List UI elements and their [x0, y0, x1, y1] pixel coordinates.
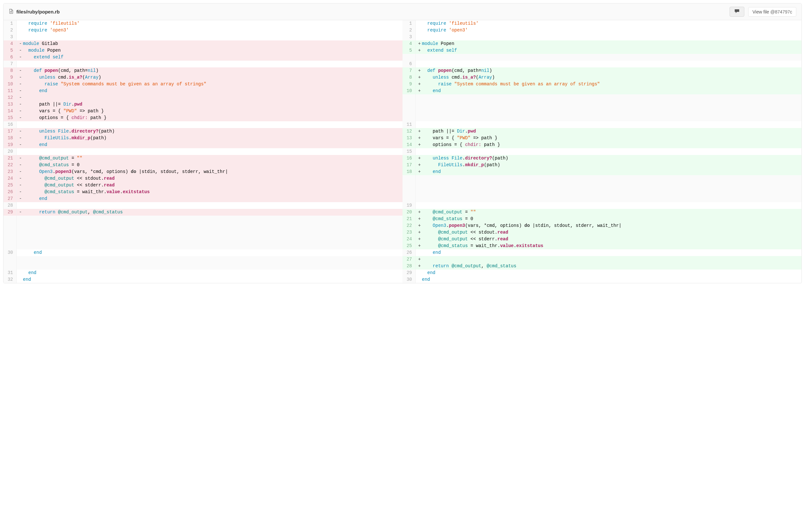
old-line-number[interactable]: 3: [3, 34, 16, 40]
new-line-number[interactable]: 30: [402, 276, 415, 283]
new-line-number[interactable]: 3: [402, 34, 415, 40]
new-line-number[interactable]: [402, 189, 415, 195]
old-line-number[interactable]: 8: [3, 68, 16, 74]
old-line-number[interactable]: 7: [3, 61, 16, 68]
old-line-number[interactable]: 17: [3, 128, 16, 135]
old-line-number[interactable]: 9: [3, 74, 16, 81]
old-line-number[interactable]: 1: [3, 20, 16, 27]
old-line-number[interactable]: 18: [3, 135, 16, 141]
new-line-number[interactable]: 24: [402, 236, 415, 243]
new-line-number[interactable]: 21: [402, 216, 415, 222]
new-line-number[interactable]: 27: [402, 256, 415, 263]
diff-table: 1 require 'fileutils'1 require 'fileutil…: [3, 20, 802, 283]
new-line-number[interactable]: 26: [402, 249, 415, 256]
old-line-number[interactable]: [3, 236, 16, 243]
new-line-number[interactable]: 14: [402, 141, 415, 148]
new-line-number[interactable]: 29: [402, 269, 415, 276]
old-line-number[interactable]: 29: [3, 209, 16, 216]
new-line-number[interactable]: 1: [402, 20, 415, 27]
old-line-number[interactable]: 12: [3, 94, 16, 101]
new-line-number[interactable]: [402, 115, 415, 121]
old-line-content: end: [16, 269, 402, 276]
old-line-number[interactable]: 15: [3, 115, 16, 121]
old-line-number[interactable]: 16: [3, 121, 16, 128]
new-line-number[interactable]: 11: [402, 121, 415, 128]
new-line-number[interactable]: 10: [402, 88, 415, 94]
old-line-number[interactable]: 2: [3, 27, 16, 34]
new-line-content: [415, 202, 802, 209]
diff-row: 12-: [3, 94, 802, 101]
new-line-number[interactable]: [402, 101, 415, 108]
new-line-number[interactable]: 2: [402, 27, 415, 34]
new-line-number[interactable]: 17: [402, 162, 415, 169]
old-line-number[interactable]: [3, 222, 16, 229]
new-line-number[interactable]: 9: [402, 81, 415, 88]
comment-button[interactable]: [730, 7, 744, 17]
new-line-number[interactable]: 5: [402, 47, 415, 54]
new-line-number[interactable]: [402, 182, 415, 189]
new-line-number[interactable]: [402, 175, 415, 182]
old-line-content: require 'fileutils': [16, 20, 402, 27]
old-line-number[interactable]: 25: [3, 182, 16, 189]
new-line-content: [415, 195, 802, 202]
old-line-number[interactable]: [3, 263, 16, 269]
new-line-number[interactable]: [402, 195, 415, 202]
new-line-number[interactable]: 19: [402, 202, 415, 209]
old-line-number[interactable]: 27: [3, 195, 16, 202]
old-line-number[interactable]: 21: [3, 155, 16, 162]
new-line-content: [415, 94, 802, 101]
old-line-number[interactable]: 32: [3, 276, 16, 283]
new-line-number[interactable]: [402, 54, 415, 61]
new-line-content: + path ||= Dir.pwd: [415, 128, 802, 135]
new-line-number[interactable]: 8: [402, 74, 415, 81]
old-line-number[interactable]: 28: [3, 202, 16, 209]
diff-row: 22+ Open3.popen3(vars, *cmd, options) do…: [3, 222, 802, 229]
old-line-content: - vars = { "PWD" => path }: [16, 108, 402, 115]
file-path[interactable]: files/ruby/popen.rb: [16, 9, 60, 15]
old-line-number[interactable]: 23: [3, 169, 16, 175]
old-line-number[interactable]: 30: [3, 249, 16, 256]
new-line-content: +module Popen: [415, 40, 802, 47]
new-line-number[interactable]: [402, 94, 415, 101]
diff-row: 13- path ||= Dir.pwd: [3, 101, 802, 108]
new-line-number[interactable]: 25: [402, 243, 415, 249]
old-line-number[interactable]: [3, 229, 16, 236]
diff-row: 32 end30 end: [3, 276, 802, 283]
new-line-number[interactable]: 4: [402, 40, 415, 47]
new-line-number[interactable]: 23: [402, 229, 415, 236]
new-line-number[interactable]: 28: [402, 263, 415, 269]
new-line-number[interactable]: 12: [402, 128, 415, 135]
old-line-number[interactable]: 22: [3, 162, 16, 169]
old-line-number[interactable]: 26: [3, 189, 16, 195]
view-file-label: View file: [752, 9, 770, 15]
new-line-number[interactable]: 7: [402, 68, 415, 74]
new-line-number[interactable]: 16: [402, 155, 415, 162]
old-line-number[interactable]: 6: [3, 54, 16, 61]
diff-row: 17- unless File.directory?(path)12+ path…: [3, 128, 802, 135]
new-line-number[interactable]: 13: [402, 135, 415, 141]
view-file-button[interactable]: View file @874797c: [748, 7, 796, 17]
new-line-number[interactable]: 22: [402, 222, 415, 229]
old-line-number[interactable]: 24: [3, 175, 16, 182]
old-line-number[interactable]: [3, 216, 16, 222]
new-line-number[interactable]: [402, 108, 415, 115]
old-line-number[interactable]: 13: [3, 101, 16, 108]
new-line-number[interactable]: 18: [402, 169, 415, 175]
old-line-number[interactable]: 20: [3, 148, 16, 155]
new-line-number[interactable]: 6: [402, 61, 415, 68]
diff-row: 21- @cmd_output = ""16+ unless File.dire…: [3, 155, 802, 162]
old-line-number[interactable]: 11: [3, 88, 16, 94]
old-line-number[interactable]: [3, 256, 16, 263]
diff-row: 30 end26 end: [3, 249, 802, 256]
new-line-content: [415, 175, 802, 182]
old-line-number[interactable]: 19: [3, 141, 16, 148]
old-line-number[interactable]: 5: [3, 47, 16, 54]
new-line-number[interactable]: 15: [402, 148, 415, 155]
old-line-number[interactable]: 10: [3, 81, 16, 88]
old-line-number[interactable]: 4: [3, 40, 16, 47]
new-line-number[interactable]: 20: [402, 209, 415, 216]
old-line-number[interactable]: [3, 243, 16, 249]
new-line-content: + vars = { "PWD" => path }: [415, 135, 802, 141]
old-line-number[interactable]: 14: [3, 108, 16, 115]
old-line-number[interactable]: 31: [3, 269, 16, 276]
